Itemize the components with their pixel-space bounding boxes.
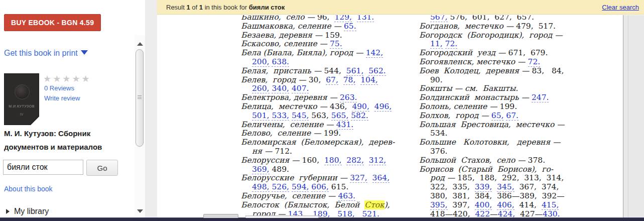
page-number-link[interactable]: 78, [343,75,356,85]
page-number-link[interactable]: 582. [351,111,368,121]
page-number-link[interactable]: 400, [475,200,492,210]
page-number-link[interactable]: 594, [292,182,309,192]
page-number-link[interactable]: 340, [272,84,289,93]
index-line: 369, 489. [241,165,414,174]
page-number-link[interactable]: 247. [532,93,549,102]
page-number-link[interactable]: 526, [272,182,289,192]
page-number-link[interactable]: 422 [475,209,490,217]
page-number-link[interactable]: 638. [272,57,289,67]
page-number-link[interactable]: 606, [311,182,329,192]
page-number-link[interactable]: 180, [324,156,342,165]
entry-name: Болхов, город — [419,111,491,120]
sidebar-scrollbar[interactable] [135,35,145,217]
entry-numbers: 671, 679. [508,48,548,57]
page-number-link[interactable]: 498, [252,182,270,192]
index-line: Богоявленск, местечко — 72. [419,58,592,67]
index-line: Бокшты — см. Бакшты. [419,84,592,93]
page-number-link[interactable]: 561, [346,66,364,76]
entry-name: Белая, пристань — [241,66,324,75]
page-number-link[interactable]: 75. [330,39,342,49]
page-number-link[interactable]: 65. [344,22,356,31]
cover-emblem [15,84,30,99]
page-number-link[interactable]: 72. [528,57,541,67]
entry-name: Башмаковка, селение — [241,22,344,31]
page-number-link[interactable]: 463. [338,191,356,201]
page-number-link[interactable]: 521. [362,209,380,217]
my-library-toggle[interactable]: My library [6,207,49,216]
page-number-link[interactable]: 263. [340,93,357,102]
scroll-up-arrow-icon[interactable] [137,42,143,46]
page-number-link[interactable]: 72. [445,39,458,49]
page-number-link[interactable]: 430. [543,209,560,217]
entry-numbers: 185, 188, 292, 313, 314, [457,173,564,182]
about-this-book-link[interactable]: About this book [4,185,53,193]
scrollbar-thumb[interactable] [136,49,144,147]
page-number-link[interactable]: 200, [252,57,270,67]
page-number-link[interactable]: 67, [326,75,338,85]
scroll-down-arrow-icon[interactable] [137,209,143,213]
panel-divider-strip [145,0,157,217]
clear-search-link[interactable]: Clear search [602,4,639,11]
reviews-link[interactable]: 0 Reviews [44,84,74,92]
page-number-link[interactable]: 562. [368,66,386,76]
page-number-link[interactable]: 364, [372,173,390,183]
page-number-link[interactable]: 424, [498,209,516,217]
cover-author-text: М.И.КУТУЗОВ [4,104,39,108]
page-number-link[interactable]: 282, [346,156,364,165]
entry-name: род — [430,173,457,182]
page-number-link[interactable]: 104, [360,75,378,85]
page-number-link[interactable]: 565, [331,111,349,121]
page-number-link[interactable]: 395, [430,200,448,210]
page-number-link[interactable]: 501, [252,111,270,121]
index-line: Белово, селение — 199. [241,129,414,138]
page-number-link[interactable]: 369, [252,165,270,174]
page-number-link[interactable]: 545, [292,111,309,121]
get-print-label: Get this book in print [4,49,78,57]
entry-numbers: 479, 517. [516,22,556,31]
page-number-link[interactable]: 142, [366,48,383,58]
entry-numbers: 436, [330,102,352,111]
get-book-in-print-link[interactable]: Get this book in print [4,49,88,58]
index-line: 376. [419,147,592,156]
page-number-link[interactable]: 65, [491,111,504,121]
index-line: Белорусские губернии — 327, 364, [241,174,414,183]
page-number-link[interactable]: 67. [506,111,519,121]
page-number-link[interactable]: 11, [430,39,443,49]
index-line: 260, 340, 407. [241,84,414,93]
page-number-link[interactable]: 260, [252,84,270,93]
star-rating[interactable]: ★★★★★ [43,73,91,84]
entry-name: Большие Колотовки, деревня — [419,138,561,147]
page-number-link[interactable]: 496, [374,102,392,112]
entry-name: ), [384,200,390,209]
page-number-link[interactable]: 339, [475,182,492,192]
page-number-link[interactable]: 415, [542,200,559,210]
entry-name: Башкино, село — [241,15,317,22]
entry-numbers: 30, [309,75,326,84]
page-number-link[interactable]: 312, [369,156,387,165]
entry-name: Болонь, селение — [419,102,500,111]
go-button[interactable]: Go [86,160,118,176]
buy-ebook-button[interactable]: BUY EBOOK - BGN 4.59 [4,14,101,31]
entry-numbers: 199. [324,129,341,138]
page-number-link[interactable]: 533, [272,111,289,121]
search-in-book-input[interactable] [3,160,83,175]
entry-numbers: 712. [275,147,292,156]
book-title: М. И. Кутузов: Сборник документов и мате… [4,127,122,154]
index-line: 11, 72. [419,40,592,49]
book-cover: М.И.КУТУЗОВ IV [4,73,39,125]
page-number-link[interactable]: 131. [357,15,374,22]
page-number-link[interactable]: 431. [336,120,354,130]
page-number-link[interactable]: 406, [497,200,514,210]
entry-name: Белев, город — [241,75,309,84]
index-line: Башмаковка, селение — 65. [241,22,414,31]
write-review-link[interactable]: Write review [44,94,80,102]
entry-numbers [352,15,357,22]
page-number-link[interactable]: 327, [350,173,367,183]
entry-name: Белосток (Бялысток, Белой [241,200,364,209]
page-number-link[interactable]: 345, [497,182,514,192]
page-number-link[interactable]: 490, [352,102,369,112]
entry-numbers [492,182,497,191]
entry-name: Богданов, местечко — [419,22,516,31]
page-number-link[interactable]: 407. [292,84,309,93]
page-number-link[interactable]: 518, [337,209,355,217]
